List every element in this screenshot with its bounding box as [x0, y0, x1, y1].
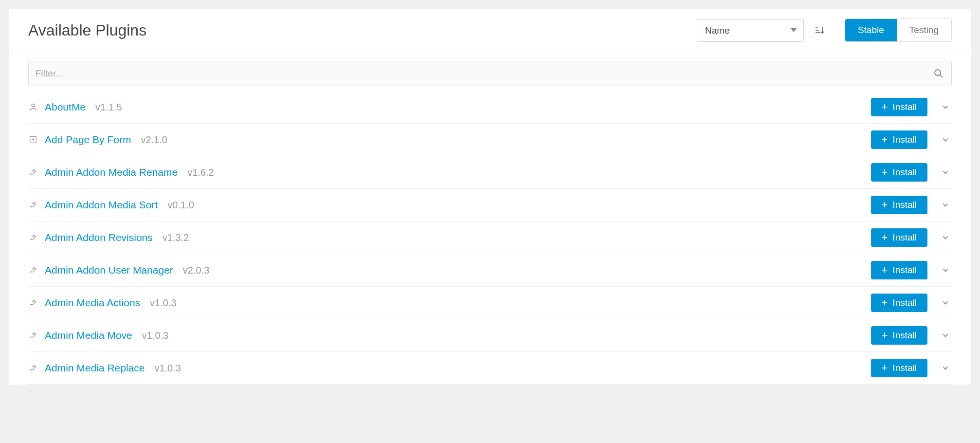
- plugin-row: Admin Addon Media Sortv0.1.0+Install: [28, 189, 952, 222]
- svg-line-16: [36, 236, 36, 237]
- search-icon: [934, 69, 944, 78]
- sort-select[interactable]: Name: [697, 19, 804, 42]
- plus-icon: +: [882, 297, 888, 308]
- plug-icon: [28, 265, 38, 275]
- expand-row-button[interactable]: [941, 298, 950, 307]
- plugin-version: v1.1.5: [95, 102, 122, 113]
- plus-icon: +: [882, 102, 888, 112]
- svg-point-7: [32, 104, 35, 107]
- svg-line-22: [36, 333, 36, 334]
- svg-line-14: [36, 203, 36, 204]
- svg-point-5: [935, 70, 941, 75]
- plugin-name-link[interactable]: Admin Addon Media Rename: [45, 166, 178, 178]
- plugin-row: AboutMev1.1.5+Install: [28, 91, 952, 124]
- plus-icon: +: [882, 232, 888, 243]
- filter-input[interactable]: [29, 61, 951, 86]
- person-icon: [28, 102, 38, 112]
- plugin-name-link[interactable]: Admin Media Move: [45, 330, 132, 341]
- plug-icon: [28, 200, 38, 210]
- plugin-version: v0.1.0: [167, 200, 194, 211]
- install-button-label: Install: [892, 134, 917, 145]
- install-button[interactable]: +Install: [871, 294, 928, 312]
- svg-line-18: [36, 268, 36, 269]
- plugin-version: v1.6.2: [187, 167, 214, 178]
- plugin-list: AboutMev1.1.5+InstallAdd Page By Formv2.…: [9, 91, 971, 385]
- expand-row-button[interactable]: [941, 266, 950, 275]
- svg-line-24: [36, 366, 36, 367]
- plugin-row: Admin Media Replacev1.0.3+Install: [28, 352, 952, 385]
- svg-line-17: [34, 267, 35, 268]
- plugin-name-link[interactable]: Admin Media Replace: [45, 362, 145, 374]
- plugin-name-link[interactable]: Admin Media Actions: [45, 297, 140, 309]
- plus-icon: +: [882, 363, 888, 373]
- install-button[interactable]: +Install: [871, 130, 928, 149]
- svg-line-11: [34, 169, 35, 170]
- expand-row-button[interactable]: [941, 103, 950, 111]
- plugins-panel: Available Plugins Name Stable: [9, 9, 971, 385]
- channel-stable-button[interactable]: Stable: [845, 19, 897, 41]
- plugin-name-link[interactable]: Admin Addon User Manager: [45, 264, 173, 276]
- expand-row-button[interactable]: [941, 233, 950, 242]
- release-channel-toggle: Stable Testing: [845, 18, 952, 42]
- filter-row: [9, 50, 971, 91]
- plugin-row: Admin Addon User Managerv2.0.3+Install: [28, 254, 952, 287]
- install-button-label: Install: [892, 232, 917, 243]
- svg-line-15: [34, 235, 35, 236]
- panel-header: Available Plugins Name Stable: [9, 9, 971, 50]
- plug-icon: [28, 167, 38, 177]
- plug-icon: [28, 298, 38, 308]
- plugin-row: Admin Media Actionsv1.0.3+Install: [28, 287, 952, 319]
- install-button[interactable]: +Install: [871, 163, 928, 182]
- plugin-version: v1.0.3: [150, 297, 176, 309]
- expand-row-button[interactable]: [941, 135, 950, 144]
- plugin-row: Add Page By Formv2.1.0+Install: [28, 124, 952, 156]
- install-button-label: Install: [892, 102, 917, 112]
- install-button[interactable]: +Install: [871, 326, 928, 345]
- plugin-name-link[interactable]: Admin Addon Revisions: [45, 232, 153, 243]
- channel-testing-button[interactable]: Testing: [897, 19, 951, 41]
- plus-icon: +: [882, 265, 888, 276]
- plus-icon: +: [882, 167, 888, 178]
- svg-line-12: [36, 170, 36, 171]
- sort-direction-button[interactable]: [812, 22, 827, 38]
- plus-icon: +: [882, 330, 888, 341]
- install-button-label: Install: [892, 200, 917, 210]
- plugin-row: Admin Addon Media Renamev1.6.2+Install: [28, 156, 952, 189]
- svg-line-6: [940, 75, 943, 77]
- expand-row-button[interactable]: [941, 201, 950, 209]
- plug-icon: [28, 331, 38, 340]
- expand-row-button[interactable]: [941, 168, 950, 177]
- install-button[interactable]: +Install: [871, 228, 928, 247]
- expand-row-button[interactable]: [941, 364, 950, 372]
- plus-box-icon: [28, 135, 38, 145]
- svg-line-23: [34, 365, 35, 366]
- expand-row-button[interactable]: [941, 331, 950, 340]
- plugin-version: v1.3.2: [163, 232, 189, 243]
- install-button-label: Install: [892, 363, 917, 373]
- install-button[interactable]: +Install: [871, 196, 928, 214]
- install-button-label: Install: [892, 297, 917, 308]
- svg-line-20: [36, 301, 36, 302]
- page-title: Available Plugins: [28, 21, 697, 39]
- plugin-name-link[interactable]: Add Page By Form: [45, 134, 131, 146]
- filter-field: [28, 61, 952, 86]
- plugin-version: v2.1.0: [141, 134, 167, 146]
- plugin-name-link[interactable]: AboutMe: [45, 101, 86, 113]
- install-button-label: Install: [892, 330, 917, 341]
- plugin-version: v1.0.3: [154, 363, 181, 374]
- plug-icon: [28, 363, 38, 373]
- svg-line-13: [34, 202, 35, 203]
- plugin-name-link[interactable]: Admin Addon Media Sort: [45, 199, 158, 211]
- install-button[interactable]: +Install: [871, 359, 928, 377]
- plugin-row: Admin Media Movev1.0.3+Install: [28, 319, 952, 352]
- plug-icon: [28, 233, 38, 242]
- svg-line-19: [34, 300, 35, 301]
- sort-select-wrap: Name: [697, 19, 804, 42]
- plus-icon: +: [882, 200, 888, 210]
- install-button-label: Install: [892, 265, 917, 276]
- install-button[interactable]: +Install: [871, 261, 928, 279]
- plugin-version: v2.0.3: [183, 265, 209, 276]
- install-button[interactable]: +Install: [871, 98, 928, 116]
- plus-icon: +: [882, 134, 888, 145]
- svg-line-21: [34, 332, 35, 333]
